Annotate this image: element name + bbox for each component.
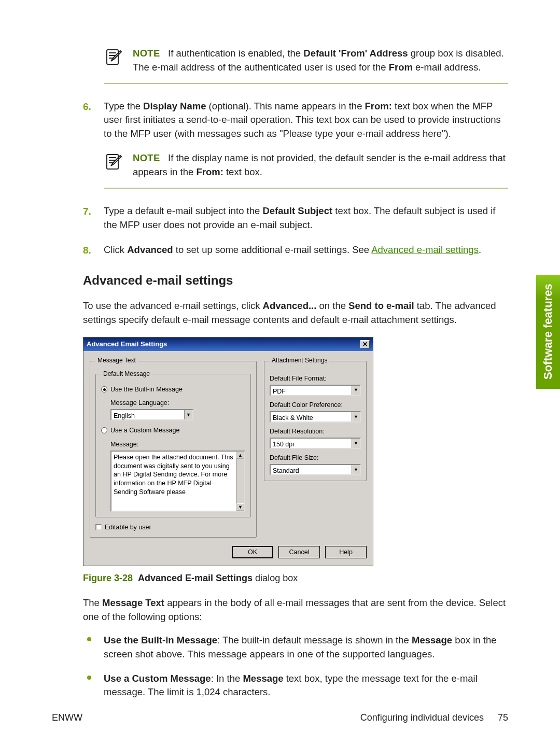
note-label: NOTE xyxy=(133,48,160,59)
page-number: 75 xyxy=(498,712,508,723)
chevron-down-icon: ▼ xyxy=(352,412,360,421)
message-label: Message: xyxy=(110,440,245,449)
note-text: NOTE If authentication is enabled, the D… xyxy=(133,47,508,75)
chevron-down-icon: ▼ xyxy=(184,410,192,419)
footer-left: ENWW xyxy=(52,711,82,724)
file-format-select[interactable]: PDF▼ xyxy=(270,385,361,396)
footer-section: Configuring individual devices xyxy=(360,712,484,723)
advanced-settings-link[interactable]: Advanced e-mail settings xyxy=(371,244,479,255)
section-intro: To use the advanced e-mail settings, cli… xyxy=(83,299,508,327)
scroll-down-icon[interactable]: ▼ xyxy=(236,503,244,511)
dialog-titlebar: Advanced Email Settings ✕ xyxy=(83,338,373,352)
advanced-email-settings-dialog: Advanced Email Settings ✕ Message Text D… xyxy=(83,337,373,566)
file-format-label: Default File Format: xyxy=(270,374,361,383)
chevron-down-icon: ▼ xyxy=(352,439,360,448)
note-block-1: NOTE If authentication is enabled, the D… xyxy=(104,47,508,84)
page-footer: ENWW Configuring individual devices 75 xyxy=(52,711,508,724)
figure-caption: Figure 3-28 Advanced E-mail Settings dia… xyxy=(83,571,508,585)
step-8: 8. Click Advanced to set up some additio… xyxy=(83,243,508,257)
chevron-down-icon: ▼ xyxy=(352,465,360,474)
note-block-2: NOTE If the display name is not provided… xyxy=(104,151,508,189)
section-title: Advanced e-mail settings xyxy=(83,272,508,290)
color-pref-select[interactable]: Black & White▼ xyxy=(270,411,361,423)
note-icon xyxy=(104,48,124,68)
close-icon[interactable]: ✕ xyxy=(360,340,370,348)
cancel-button[interactable]: Cancel xyxy=(278,546,320,558)
scroll-up-icon[interactable]: ▲ xyxy=(236,452,244,459)
radio-custom[interactable]: Use a Custom Message xyxy=(101,426,245,435)
custom-message-textarea[interactable]: Please open the attached document. This … xyxy=(110,451,245,512)
scrollbar[interactable]: ▲ ▼ xyxy=(236,452,244,511)
editable-by-user-checkbox[interactable]: Editable by user xyxy=(95,523,251,532)
chevron-down-icon: ▼ xyxy=(352,386,360,395)
checkbox-icon xyxy=(95,524,102,530)
radio-builtin[interactable]: Use the Built-in Message xyxy=(101,385,245,394)
radio-icon xyxy=(101,386,107,392)
file-size-select[interactable]: Standard▼ xyxy=(270,464,361,475)
help-button[interactable]: Help xyxy=(325,546,367,558)
note-label: NOTE xyxy=(133,152,160,163)
file-size-label: Default File Size: xyxy=(270,453,361,462)
default-message-group: Default Message Use the Built-in Message… xyxy=(95,370,251,517)
step-7: 7. Type a default e-mail subject into th… xyxy=(83,204,508,232)
ok-button[interactable]: OK xyxy=(232,546,273,558)
chapter-tab: Software features xyxy=(536,275,560,389)
color-pref-label: Default Color Preference: xyxy=(270,400,361,410)
language-select[interactable]: English ▼ xyxy=(110,409,193,420)
radio-icon xyxy=(101,427,107,433)
attachment-settings-group: Attachment Settings Default File Format:… xyxy=(264,356,367,481)
message-text-paragraph: The Message Text appears in the body of … xyxy=(83,596,508,624)
note-text: NOTE If the display name is not provided… xyxy=(133,151,508,179)
step-6: 6. Type the Display Name (optional). Thi… xyxy=(83,100,508,189)
dialog-title: Advanced Email Settings xyxy=(87,340,167,349)
bullet-custom: Use a Custom Message: In the Message tex… xyxy=(83,672,508,700)
resolution-select[interactable]: 150 dpi▼ xyxy=(270,438,361,449)
bullet-builtin: Use the Built-in Message: The built-in d… xyxy=(83,634,508,662)
note-icon xyxy=(104,152,124,173)
language-label: Message Language: xyxy=(110,398,245,407)
message-text-group: Message Text Default Message Use the Bui… xyxy=(90,356,257,537)
resolution-label: Default Resolution: xyxy=(270,427,361,436)
